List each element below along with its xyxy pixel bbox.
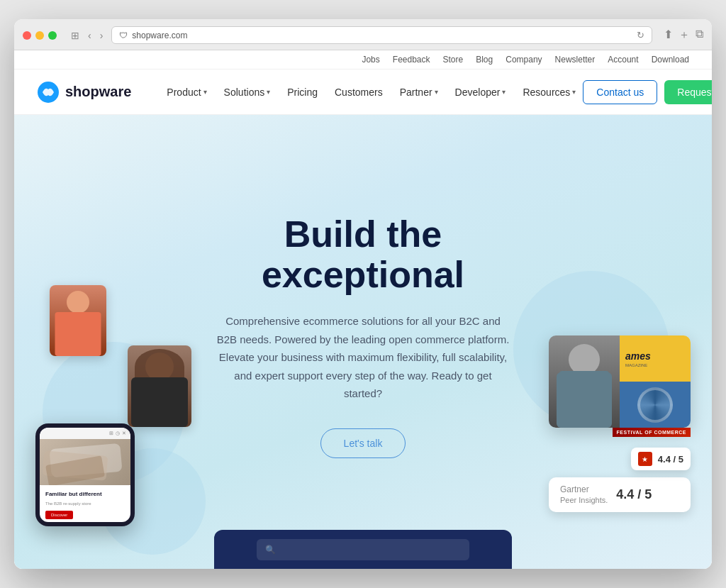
nav-developer[interactable]: Developer ▾ <box>448 81 513 104</box>
mag-sub-text: MAGAZINE <box>625 363 685 367</box>
portrait-curly-hair <box>128 345 191 427</box>
back-button[interactable]: ‹ <box>85 28 94 43</box>
maximize-button[interactable] <box>48 31 57 40</box>
phone-headline: Familiar but different <box>45 491 125 498</box>
phone-shoe-image <box>40 439 130 485</box>
security-icon: 🛡 <box>119 30 128 40</box>
reload-icon[interactable]: ↻ <box>637 30 644 40</box>
topbar-newsletter-link[interactable]: Newsletter <box>555 55 596 65</box>
main-navbar: shopware Product ▾ Solutions ▾ Pricing C… <box>14 70 712 115</box>
browser-action-buttons: ⬆ ＋ ⧉ <box>664 28 703 43</box>
bottom-search-bar: 🔍 <box>214 530 512 569</box>
product-chevron-icon: ▾ <box>203 88 207 96</box>
close-button[interactable] <box>23 31 31 40</box>
address-bar[interactable]: 🛡 shopware.com ↻ <box>111 26 652 44</box>
minimize-button[interactable] <box>35 31 44 40</box>
top-bar: Jobs Feedback Store Blog Company Newslet… <box>14 50 712 70</box>
portrait-laughing-woman <box>50 285 106 356</box>
phone-discover-btn: Discover <box>45 511 73 519</box>
browser-chrome: ⊞ ‹ › 🛡 shopware.com ↻ ⬆ ＋ ⧉ <box>14 19 712 50</box>
phone-frame: ⊞◷✕ Familiar but different The B2B re-su… <box>35 423 135 526</box>
mag-blue-panel <box>620 382 691 428</box>
phone-mockup-left: ⊞◷✕ Familiar but different The B2B re-su… <box>35 423 135 526</box>
browser-window: ⊞ ‹ › 🛡 shopware.com ↻ ⬆ ＋ ⧉ Jobs Feedba… <box>14 19 712 569</box>
hero-subtitle: Comprehensive ecommerce solutions for al… <box>214 312 512 403</box>
nav-resources[interactable]: Resources ▾ <box>515 81 583 104</box>
solutions-chevron-icon: ▾ <box>267 88 270 96</box>
mag-brand-name: ames <box>625 350 685 362</box>
rating-value-mini: 4.4 / 5 <box>658 454 683 465</box>
topbar-feedback-link[interactable]: Feedback <box>393 55 430 65</box>
mag-yellow-panel: ames MAGAZINE <box>620 335 691 382</box>
topbar-store-link[interactable]: Store <box>443 55 464 65</box>
gartner-label: Gartner Peer Insights. <box>560 484 608 505</box>
nav-cta-buttons: Contact us Request demo <box>583 80 712 104</box>
nav-product[interactable]: Product ▾ <box>160 81 213 104</box>
phone-screen: ⊞◷✕ Familiar but different The B2B re-su… <box>40 428 130 522</box>
logo-text: shopware <box>65 84 131 100</box>
rating-badge-mini: 4.4 / 5 <box>631 448 691 470</box>
resources-chevron-icon: ▾ <box>572 88 576 96</box>
hero-title: Build the exceptional <box>214 214 512 295</box>
hero-section: Build the exceptional Comprehensive ecom… <box>14 115 712 569</box>
right-mockup-area: ames MAGAZINE FESTIVAL OF COMMERCE 4.4 /… <box>542 335 691 512</box>
search-icon: 🔍 <box>265 545 276 555</box>
request-demo-button[interactable]: Request demo <box>664 80 712 104</box>
topbar-blog-link[interactable]: Blog <box>476 55 493 65</box>
phone-text-section: Familiar but different The B2B re-supply… <box>40 485 130 522</box>
nav-menu: Product ▾ Solutions ▾ Pricing Customers … <box>160 81 583 104</box>
gartner-logo: Gartner Peer Insights. <box>560 484 608 505</box>
browser-nav-controls: ⊞ ‹ › <box>68 28 106 43</box>
nav-solutions[interactable]: Solutions ▾ <box>217 81 278 104</box>
window-sidebar-button[interactable]: ⊞ <box>68 28 82 43</box>
shopware-logo-icon <box>37 81 60 104</box>
rating-icon <box>638 452 652 466</box>
mag-right-panel: ames MAGAZINE <box>620 335 691 428</box>
lets-talk-button[interactable]: Let's talk <box>320 428 406 458</box>
topbar-jobs-link[interactable]: Jobs <box>362 55 379 65</box>
contact-us-button[interactable]: Contact us <box>583 80 657 104</box>
mag-fan-decoration <box>637 387 673 423</box>
mag-person-photo <box>549 335 620 428</box>
hero-content: Build the exceptional Comprehensive ecom… <box>214 214 512 458</box>
forward-button[interactable]: › <box>97 28 106 43</box>
url-text: shopware.com <box>132 30 187 40</box>
phone-nav-bar: ⊞◷✕ <box>40 428 130 439</box>
magazine-card: ames MAGAZINE <box>549 335 691 428</box>
nav-pricing[interactable]: Pricing <box>280 81 325 104</box>
website-content: Jobs Feedback Store Blog Company Newslet… <box>14 50 712 569</box>
tabs-icon[interactable]: ⧉ <box>696 28 703 43</box>
nav-partner[interactable]: Partner ▾ <box>393 81 445 104</box>
logo[interactable]: shopware <box>37 81 131 104</box>
gartner-rating: 4.4 / 5 <box>616 487 652 502</box>
developer-chevron-icon: ▾ <box>502 88 506 96</box>
topbar-company-link[interactable]: Company <box>506 55 542 65</box>
gartner-badge: Gartner Peer Insights. 4.4 / 5 <box>549 477 691 512</box>
partner-chevron-icon: ▾ <box>435 88 438 96</box>
nav-customers[interactable]: Customers <box>328 81 390 104</box>
share-icon[interactable]: ⬆ <box>664 28 673 43</box>
traffic-lights <box>23 31 57 40</box>
festival-label: FESTIVAL OF COMMERCE <box>613 428 691 437</box>
bottom-search-input[interactable]: 🔍 <box>257 539 469 560</box>
new-tab-icon[interactable]: ＋ <box>678 28 690 43</box>
topbar-account-link[interactable]: Account <box>608 55 638 65</box>
topbar-download-link[interactable]: Download <box>652 55 689 65</box>
phone-desc: The B2B re-supply store <box>45 501 125 506</box>
